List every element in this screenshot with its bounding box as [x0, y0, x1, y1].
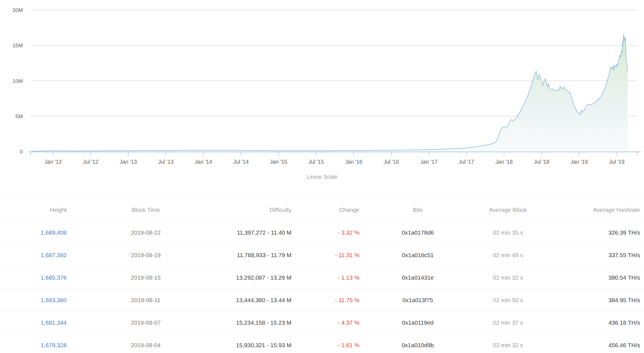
x-axis-label: Jan '18: [495, 159, 513, 165]
y-axis-label: 15M: [12, 43, 23, 48]
x-axis-label: Jan '12: [44, 159, 62, 165]
column-header-block-time: Block Time: [72, 198, 219, 222]
height-cell: 1,683,360: [0, 289, 72, 312]
avg-block-cell: 02 min 37 s: [472, 312, 544, 334]
table-row: 1,689,4082019-08-2211,397,272 - 11.40 M-…: [0, 222, 644, 244]
block-time-cell: 2019-08-11: [72, 289, 219, 312]
height-cell: 1,689,408: [0, 222, 72, 244]
column-header-average-block: Average Block: [472, 198, 544, 222]
height-link[interactable]: 1,687,392: [41, 252, 67, 258]
block-time-cell: 2019-08-19: [72, 244, 219, 267]
height-cell: 1,681,344: [0, 312, 72, 334]
avg-hashrate-cell: 384.95 TH/s: [544, 289, 644, 312]
x-axis-label: Jul '19: [609, 159, 625, 165]
table-row: 1,683,3602019-08-1113,444,380 - 13.44 M-…: [0, 289, 644, 312]
x-axis-label: Jul '13: [158, 159, 173, 165]
x-axis-label: Jan '17: [420, 159, 437, 165]
block-time-cell: 2019-08-07: [72, 312, 219, 334]
bits-cell: 0x1a010d9b: [364, 334, 472, 353]
height-link[interactable]: 1,681,344: [41, 319, 67, 326]
x-axis-label: Jan '13: [120, 159, 137, 165]
height-link[interactable]: 1,689,408: [41, 229, 67, 236]
difficulty-cell: 15,234,158 - 15.23 M: [219, 312, 294, 334]
bits-cell: 0x1a01431e: [364, 267, 472, 289]
table-body: 1,689,4082019-08-2211,397,272 - 11.40 M-…: [0, 222, 644, 353]
avg-hashrate-cell: 456.46 TH/s: [544, 334, 644, 353]
change-cell: - 11.31 %: [294, 244, 364, 267]
difficulty-area-fill: [32, 35, 628, 151]
difficulty-cell: 11,397,272 - 11.40 M: [219, 222, 294, 244]
avg-hashrate-cell: 380.54 TH/s: [544, 267, 644, 289]
avg-block-cell: 02 min 50 s: [472, 289, 544, 312]
avg-hashrate-cell: 436.18 TH/s: [544, 312, 644, 334]
x-axis-label: Jul '15: [308, 159, 324, 165]
y-axis-label: 20M: [12, 7, 23, 13]
change-cell: - 1.61 %: [294, 334, 364, 353]
height-cell: 1,687,392: [0, 244, 72, 267]
x-axis-label: Jul '17: [459, 159, 474, 165]
difficulty-page: 20M15M10M5M0Jan '12Jul '12Jan '13Jul '13…: [0, 0, 644, 353]
difficulty-chart: 20M15M10M5M0Jan '12Jul '12Jan '13Jul '13…: [0, 0, 644, 167]
x-axis-label: Jan '15: [270, 159, 287, 165]
avg-block-cell: 02 min 32 s: [472, 334, 544, 353]
avg-block-cell: 02 min 32 s: [472, 267, 544, 289]
block-time-cell: 2019-08-22: [72, 222, 219, 244]
table-row: 1,679,3282019-08-0415,930,321 - 15.93 M-…: [0, 334, 644, 353]
column-header-bits: Bits: [364, 198, 472, 222]
block-time-cell: 2019-08-04: [72, 334, 219, 353]
difficulty-cell: 15,930,321 - 15.93 M: [219, 334, 294, 353]
scale-toggle[interactable]: Linear Scale: [0, 173, 644, 181]
difficulty-cell: 11,788,933 - 11.79 M: [219, 244, 294, 267]
bits-cell: 0x1a016c51: [364, 244, 472, 267]
table-row: 1,681,3442019-08-0715,234,158 - 15.23 M-…: [0, 312, 644, 334]
x-axis-label: Jul '18: [534, 159, 549, 165]
avg-hashrate-cell: 326.39 TH/s: [544, 222, 644, 244]
x-axis-label: Jul '16: [384, 159, 399, 165]
y-axis-label: 10M: [12, 78, 23, 84]
x-axis-label: Jul '14: [233, 159, 249, 165]
height-cell: 1,679,328: [0, 334, 72, 353]
block-time-cell: 2019-08-15: [72, 267, 219, 289]
x-axis-label: Jan '14: [195, 159, 212, 165]
change-cell: - 11.75 %: [294, 289, 364, 312]
change-cell: - 4.37 %: [294, 312, 364, 334]
change-cell: - 1.13 %: [294, 267, 364, 289]
x-axis-label: Jan '19: [570, 159, 588, 165]
table-row: 1,685,3762019-08-1513,292,087 - 13.29 M-…: [0, 267, 644, 289]
y-axis-label: 5M: [16, 113, 23, 119]
change-cell: - 3.32 %: [294, 222, 364, 244]
avg-hashrate-cell: 337.55 TH/s: [544, 244, 644, 267]
height-link[interactable]: 1,683,360: [41, 297, 67, 303]
difficulty-table: Height Block Time Difficulty Change Bits…: [0, 198, 644, 353]
bits-cell: 0x1a0119ed: [364, 312, 472, 334]
column-header-difficulty: Difficulty: [219, 198, 294, 222]
bits-cell: 0x1a0178d6: [364, 222, 472, 244]
difficulty-cell: 13,444,380 - 13.44 M: [219, 289, 294, 312]
difficulty-cell: 13,292,087 - 13.29 M: [219, 267, 294, 289]
column-header-change: Change: [294, 198, 364, 222]
avg-block-cell: 02 min 49 s: [472, 244, 544, 267]
avg-block-cell: 02 min 35 s: [472, 222, 544, 244]
y-axis-label: 0: [20, 149, 23, 155]
table-row: 1,687,3922019-08-1911,788,933 - 11.79 M-…: [0, 244, 644, 267]
table-header-row: Height Block Time Difficulty Change Bits…: [0, 198, 644, 222]
height-link[interactable]: 1,679,328: [41, 342, 67, 348]
height-link[interactable]: 1,685,376: [41, 274, 67, 281]
x-axis-label: Jul '12: [83, 159, 99, 165]
height-cell: 1,685,376: [0, 267, 72, 289]
column-header-height: Height: [0, 198, 72, 222]
column-header-average-hashrate: Average Hashrate: [544, 198, 644, 222]
bits-cell: 0x1a013f75: [364, 289, 472, 312]
x-axis-label: Jan '16: [345, 159, 362, 165]
